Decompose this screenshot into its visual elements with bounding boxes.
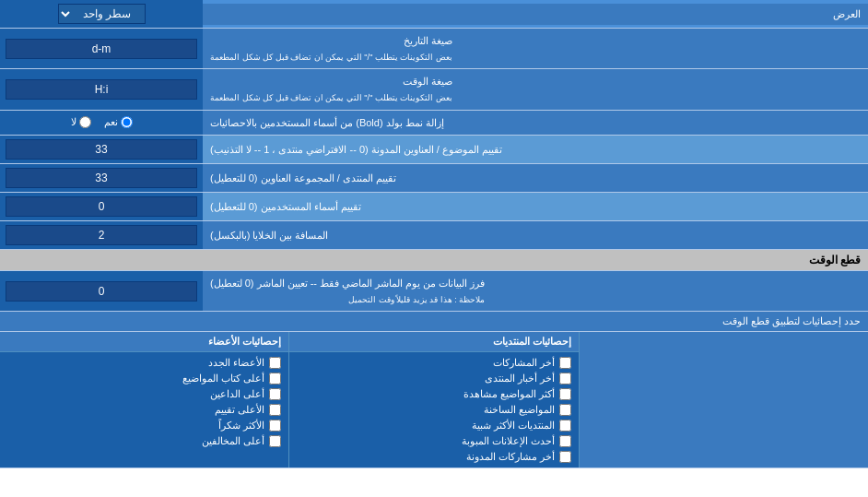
stats-item: الأعضاء الجدد [7,355,281,371]
username-limit-input[interactable] [6,196,197,217]
member-stat-checkbox-6[interactable] [269,435,281,447]
bold-remove-label: إزالة نمط بولد (Bold) من أسماء المستخدمي… [203,111,868,136]
time-format-input[interactable] [6,79,197,100]
stats-item: أكثر المواضيع مشاهدة [297,386,570,402]
cutoff-label: فرز البيانات من يوم الماشر الماضي فقط --… [203,271,868,311]
stats-item: المنتديات الأكثر شبية [297,418,570,433]
member-stats-col: إحصائيات الأعضاء الأعضاء الجدد أعلى كتاب… [0,332,288,467]
forum-address-input-cell [0,164,203,192]
cell-spacing-input-cell [0,221,203,249]
stats-item: أخر المشاركات [297,355,570,371]
stats-item: أعلى كتاب المواضيع [7,371,281,386]
stats-empty-col [579,332,868,467]
stats-item: أحدث الإعلانات المبوبة [297,433,570,449]
member-stat-checkbox-5[interactable] [269,420,281,432]
forum-stat-checkbox-6[interactable] [559,435,571,447]
stats-item: أخر أخبار المنتدى [297,371,570,386]
bold-remove-input-cell: نعم لا [0,111,203,136]
subject-address-row: تقييم الموضوع / العناوين المدونة (0 -- ا… [0,136,868,164]
forum-stats-col: إحصائيات المنتديات أخر المشاركات أخر أخب… [288,332,578,467]
date-format-label: صيغة التاريخبعض التكوينات يتطلب "/" التي… [203,29,868,68]
forum-address-label: تقييم المنتدى / المجموعة العناوين (0 للت… [203,164,868,192]
cell-spacing-label: المسافة بين الخلايا (بالبكسل) [203,221,868,249]
member-stats-header: إحصائيات الأعضاء [0,332,288,352]
forum-stats-header: إحصائيات المنتديات [289,332,578,352]
cutoff-input[interactable] [6,281,197,302]
subject-address-input-cell [0,136,203,163]
stats-apply-row: حدد إحصائيات لتطبيق قطع الوقت [0,312,868,332]
cell-spacing-input[interactable] [6,225,197,245]
stats-item: الأعلى تقييم [7,402,281,418]
username-limit-label: تقييم أسماء المستخدمين (0 للتعطيل) [203,193,868,220]
bold-no-radio[interactable] [79,116,91,128]
forum-stat-checkbox-1[interactable] [559,357,571,369]
member-stat-checkbox-1[interactable] [269,357,281,369]
date-format-row: صيغة التاريخبعض التكوينات يتطلب "/" التي… [0,29,868,69]
bold-no-label[interactable]: لا [71,116,91,128]
display-select[interactable]: سطر واحد عدة أسطر [58,4,146,24]
cutoff-section-header: قطع الوقت [0,250,868,271]
date-format-input[interactable] [6,39,197,59]
time-format-input-cell [0,69,203,109]
forum-stat-checkbox-2[interactable] [559,373,571,385]
forum-stat-checkbox-7[interactable] [559,451,571,463]
forum-stat-checkbox-5[interactable] [559,420,571,432]
stats-item: أعلى الداعين [7,386,281,402]
bold-yes-label[interactable]: نعم [104,116,133,128]
username-limit-row: تقييم أسماء المستخدمين (0 للتعطيل) [0,193,868,221]
bold-remove-row: إزالة نمط بولد (Bold) من أسماء المستخدمي… [0,111,868,136]
forum-stats-items: أخر المشاركات أخر أخبار المنتدى أكثر الم… [289,352,578,467]
stats-item: المواضيع الساخنة [297,402,570,418]
forum-address-row: تقييم المنتدى / المجموعة العناوين (0 للت… [0,164,868,193]
bold-yes-radio[interactable] [121,116,133,128]
forum-address-input[interactable] [6,168,197,188]
subject-address-label: تقييم الموضوع / العناوين المدونة (0 -- ا… [203,136,868,163]
stats-section: إحصائيات المنتديات أخر المشاركات أخر أخب… [0,332,868,468]
member-stat-checkbox-2[interactable] [269,373,281,385]
cutoff-row: فرز البيانات من يوم الماشر الماضي فقط --… [0,271,868,312]
member-stats-items: الأعضاء الجدد أعلى كتاب المواضيع أعلى ال… [0,352,288,452]
subject-address-input[interactable] [6,139,197,160]
display-label: العرض [203,4,868,25]
member-stat-checkbox-3[interactable] [269,388,281,400]
username-limit-input-cell [0,193,203,220]
stats-item: أعلى المخالفين [7,433,281,449]
time-format-row: صيغة الوقتبعض التكوينات يتطلب "/" التي ي… [0,69,868,110]
display-mode-row: العرض سطر واحد عدة أسطر [0,0,868,29]
display-select-cell: سطر واحد عدة أسطر [0,0,203,28]
main-container: العرض سطر واحد عدة أسطر صيغة التاريخبعض … [0,0,868,468]
cutoff-input-cell [0,271,203,311]
time-format-label: صيغة الوقتبعض التكوينات يتطلب "/" التي ي… [203,69,868,109]
forum-stat-checkbox-3[interactable] [559,388,571,400]
member-stat-checkbox-4[interactable] [269,404,281,416]
forum-stat-checkbox-4[interactable] [559,404,571,416]
date-format-input-cell [0,29,203,68]
stats-item: الأكثر شكراً [7,418,281,433]
cell-spacing-row: المسافة بين الخلايا (بالبكسل) [0,221,868,250]
stats-item: أخر مشاركات المدونة [297,449,570,465]
